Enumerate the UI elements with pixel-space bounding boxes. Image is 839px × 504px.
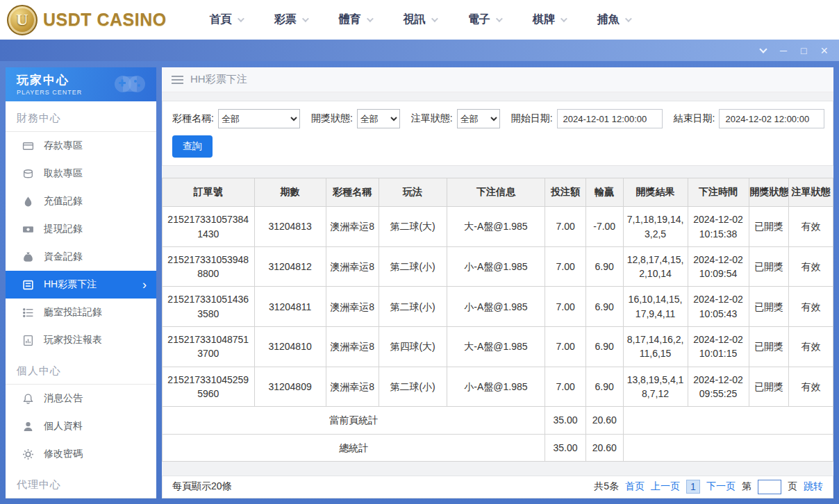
- table-cell: 6.90: [585, 367, 623, 407]
- nav-item-slots[interactable]: 電子: [468, 12, 501, 27]
- logo-letter: U: [16, 10, 28, 29]
- sidebar-item-label: 取款專區: [44, 167, 83, 180]
- sidebar-item-recharge-record[interactable]: 充值記錄: [6, 187, 156, 215]
- jump-label-pre: 第: [742, 480, 751, 493]
- lottery-filter-label: 彩種名稱:: [172, 112, 214, 125]
- sidebar-item-label: HH彩票下注: [44, 278, 97, 291]
- search-button[interactable]: 查詢: [172, 135, 213, 158]
- sidebar-item-announcements[interactable]: 消息公告: [6, 385, 156, 412]
- table-cell: 澳洲幸运8: [326, 246, 379, 287]
- table-cell: 2024-12-02 10:01:15: [688, 327, 749, 367]
- table-cell: 31204812: [254, 246, 326, 287]
- column-header: 玩法: [379, 178, 447, 207]
- start-date-label: 開始日期:: [511, 112, 553, 125]
- lottery-select[interactable]: 全部: [218, 109, 300, 128]
- lottery-bet-icon: [22, 279, 34, 291]
- start-date-filter: 開始日期:: [511, 109, 663, 128]
- column-header: 開獎結果: [623, 178, 688, 207]
- column-header: 彩種名稱: [326, 178, 379, 207]
- nav-item-lottery[interactable]: 彩票: [274, 12, 307, 27]
- sidebar-item-player-bet-report[interactable]: 玩家投注報表: [6, 326, 156, 354]
- end-date-input[interactable]: [719, 109, 824, 128]
- nav-item-label: 捕魚: [597, 12, 620, 27]
- top-navbar: U USDT CASINO 首頁彩票體育視訊電子棋牌捕魚: [0, 0, 839, 40]
- sidebar-item-withdraw[interactable]: 取款專區: [6, 160, 156, 187]
- total-count: 共5条: [594, 480, 619, 493]
- close-button[interactable]: ×: [820, 44, 828, 57]
- main-content: HH彩票下注 彩種名稱: 全部 開獎狀態: 全部 注單狀態: 全部 開始日期:: [162, 67, 833, 498]
- summary-label: 總統計: [163, 434, 545, 461]
- table-cell: 小-A盤@1.985: [447, 367, 545, 407]
- draw-status-filter: 開獎狀態: 全部: [311, 109, 400, 128]
- gamepad-icon: [109, 72, 149, 96]
- table-cell: 12,8,17,4,15,2,10,14: [623, 246, 688, 287]
- sidebar-item-cashout-record[interactable]: 提現記錄: [6, 215, 156, 243]
- maximize-button[interactable]: □: [801, 46, 806, 56]
- summary-row: 當前頁統計35.0020.60: [163, 407, 833, 434]
- table-cell: 8,17,14,16,2,11,6,15: [623, 327, 688, 367]
- sidebar-item-profile[interactable]: 個人資料: [6, 412, 156, 440]
- column-header: 開獎狀態: [749, 178, 789, 207]
- end-date-label: 結束日期:: [674, 112, 715, 125]
- table-cell: 2152173310487513700: [163, 327, 255, 367]
- nav-item-sports[interactable]: 體育: [339, 12, 372, 27]
- table-row: 215217331057384143031204813澳洲幸运8第二球(大)大-…: [163, 207, 833, 247]
- column-header: 下注時間: [688, 178, 749, 207]
- summary-winloss-total: 20.60: [585, 434, 623, 461]
- nav-item-label: 首頁: [210, 12, 232, 27]
- summary-empty-cell: [623, 407, 833, 434]
- table-cell: 大-A盤@1.985: [447, 327, 545, 367]
- table-row: 215217331053948880031204812澳洲幸运8第二球(小)小-…: [163, 246, 833, 287]
- sidebar-item-label: 資金記錄: [44, 251, 83, 263]
- table-cell: 第二球(小): [379, 287, 447, 327]
- draw-status-select[interactable]: 全部: [357, 109, 400, 128]
- jump-label-post: 页: [788, 480, 797, 493]
- start-date-input[interactable]: [557, 109, 663, 128]
- nav-item-fishing[interactable]: 捕魚: [597, 12, 630, 27]
- minimize-button[interactable]: ─: [780, 46, 787, 56]
- filter-actions: 查詢: [172, 135, 823, 158]
- sidebar-item-label: 廳室投註記錄: [44, 306, 102, 319]
- nav-item-chess-cards[interactable]: 棋牌: [533, 12, 565, 27]
- chevron-down-icon: [367, 15, 374, 22]
- table-cell: 有效: [789, 287, 833, 327]
- sidebar-item-funds-record[interactable]: 資金記錄: [6, 243, 156, 271]
- table-cell: 2152173310452595960: [163, 367, 255, 407]
- sidebar-item-hall-bet-record[interactable]: 廳室投註記錄: [6, 299, 156, 326]
- jump-button[interactable]: 跳转: [804, 480, 823, 493]
- nav-item-label: 彩票: [274, 12, 297, 27]
- password-icon: [22, 448, 34, 460]
- nav-item-home[interactable]: 首頁: [210, 12, 242, 27]
- table-cell: 澳洲幸运8: [326, 327, 379, 367]
- table-cell: 31204810: [254, 327, 326, 367]
- table-cell: 小-A盤@1.985: [447, 287, 545, 327]
- sidebar-section-label: 代理中心: [6, 468, 156, 498]
- main-nav: 首頁彩票體育視訊電子棋牌捕魚: [210, 12, 630, 27]
- chevron-down-icon: [431, 15, 438, 22]
- table-cell: 16,10,14,15,17,9,4,11: [623, 287, 688, 327]
- first-page-link[interactable]: 首页: [625, 480, 645, 493]
- table-cell: 澳洲幸运8: [326, 367, 379, 407]
- nav-item-label: 體育: [339, 12, 361, 27]
- sidebar-item-hh-lottery-bets[interactable]: HH彩票下注›: [6, 271, 156, 299]
- sidebar-item-change-password[interactable]: 修改密碼: [6, 440, 156, 468]
- bets-table-panel: 訂單號期數彩種名稱玩法下注信息投注額輸贏開獎結果下注時間開獎狀態注單狀態 215…: [162, 178, 833, 462]
- page-jump-input[interactable]: [758, 480, 781, 494]
- order-status-select[interactable]: 全部: [457, 109, 500, 128]
- chevron-down-icon[interactable]: [759, 45, 767, 53]
- table-cell: 小-A盤@1.985: [447, 246, 545, 287]
- sidebar-item-deposit[interactable]: 存款專區: [6, 132, 156, 160]
- summary-empty-cell: [623, 434, 833, 461]
- table-cell: 已開獎: [749, 327, 789, 367]
- summary-bet-total: 35.00: [545, 407, 586, 434]
- next-page-link[interactable]: 下一页: [706, 480, 736, 493]
- table-body: 215217331057384143031204813澳洲幸运8第二球(大)大-…: [163, 207, 833, 462]
- prev-page-link[interactable]: 上一页: [651, 480, 680, 493]
- page-size-text: 每頁顯示20條: [172, 480, 232, 493]
- table-cell: 7.00: [545, 287, 586, 327]
- current-page[interactable]: 1: [686, 480, 700, 494]
- menu-toggle-icon[interactable]: [172, 75, 183, 85]
- nav-item-video[interactable]: 視訊: [404, 12, 436, 27]
- sidebar-menu: 財務中心存款專區取款專區充值記錄提現記錄資金記錄HH彩票下注›廳室投註記錄玩家投…: [6, 101, 156, 498]
- draw-status-filter-label: 開獎狀態:: [311, 112, 353, 125]
